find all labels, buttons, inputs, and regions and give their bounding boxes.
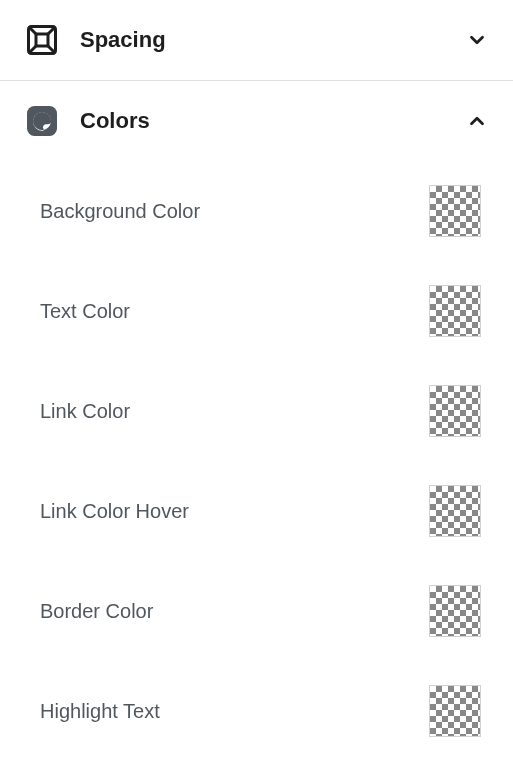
color-label: Link Color <box>40 400 130 423</box>
color-swatch-highlight-text[interactable] <box>429 685 481 737</box>
color-label: Highlight Text <box>40 700 160 723</box>
color-row-border: Border Color <box>0 561 513 661</box>
color-label: Link Color Hover <box>40 500 189 523</box>
svg-point-8 <box>38 114 41 117</box>
color-label: Text Color <box>40 300 130 323</box>
chevron-up-icon <box>465 109 489 133</box>
color-row-link-hover: Link Color Hover <box>0 461 513 561</box>
palette-icon <box>24 103 60 139</box>
spacing-section-header[interactable]: Spacing <box>0 0 513 80</box>
chevron-down-icon <box>465 28 489 52</box>
color-row-link: Link Color <box>0 361 513 461</box>
color-swatch-link-hover[interactable] <box>429 485 481 537</box>
color-swatch-border[interactable] <box>429 585 481 637</box>
color-row-background: Background Color <box>0 161 513 261</box>
svg-point-7 <box>35 118 38 121</box>
svg-rect-1 <box>36 34 48 46</box>
colors-section-header[interactable]: Colors <box>0 81 513 161</box>
color-label: Border Color <box>40 600 153 623</box>
color-row-text: Text Color <box>0 261 513 361</box>
color-swatch-background[interactable] <box>429 185 481 237</box>
svg-point-10 <box>46 118 49 121</box>
spacing-section-title: Spacing <box>80 27 465 53</box>
spacing-icon <box>24 22 60 58</box>
colors-section-title: Colors <box>80 108 465 134</box>
svg-rect-6 <box>27 106 57 136</box>
color-label: Background Color <box>40 200 200 223</box>
color-swatch-text[interactable] <box>429 285 481 337</box>
color-row-highlight-text: Highlight Text <box>0 661 513 761</box>
color-swatch-link[interactable] <box>429 385 481 437</box>
settings-panel: Spacing Colors B <box>0 0 513 781</box>
colors-section-body: Background Color Text Color Link Color L… <box>0 161 513 781</box>
svg-point-9 <box>43 114 46 117</box>
